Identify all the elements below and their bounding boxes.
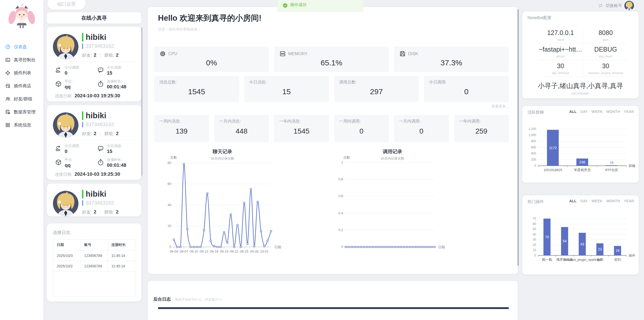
switch-account-label: 切换账号 [606,3,622,8]
return-arrow-icon [55,145,62,152]
year-messages-tile: 一年内消息: 1545 [274,115,329,142]
y-axis-label: 次数 [343,155,350,160]
stat-platform: 平台:qq [55,158,97,168]
tab-all[interactable]: ALL [569,110,577,114]
config-grid: 127.0.0.1 host 8080 port ~fastapi+~htt… … [538,27,628,77]
cpu-icon [159,50,166,57]
stat-platform: 平台:qq [55,79,97,90]
bot-list-scrollbar[interactable] [141,28,142,176]
disk-value: 37.3% [399,57,504,68]
active-groups-card: 活跃群聊 ALL DAY WEEK MONTH YEAR 02004006008… [522,106,639,183]
config-driver: ~fastapi+~htt… driver [538,43,583,60]
tab-day[interactable]: DAY [580,110,588,114]
main-scrollbar[interactable] [517,9,519,266]
sidebar-item-label: 插件列表 [14,70,31,76]
tab-year[interactable]: YEAR [624,199,634,203]
line-chart-canvas: 02040608009-0409-0709-1009-1309-1609-190… [151,161,294,257]
tab-month[interactable]: MONTH [606,199,620,203]
svg-text:09-04: 09-04 [170,250,178,253]
svg-text:200: 200 [531,158,536,161]
config-api-timeout: 30 api_timeout [538,60,583,77]
cpu-tile: CPU 0% [154,46,269,72]
svg-text:40: 40 [533,233,536,236]
table-row: 2025/10/3 123456789 11:45:14 [53,251,135,261]
svg-text:1: 1 [341,161,343,164]
cube-icon [55,159,62,166]
config-host: 127.0.0.1 host [538,27,583,43]
svg-text:18: 18 [616,248,620,253]
success-toast: 操作成功 [277,0,363,12]
sidebar-item-friends-groups[interactable]: 好友/群组 [0,92,43,105]
tab-all[interactable]: ALL [569,199,577,203]
col-header-date: 日期 [53,240,81,251]
svg-text:1,000: 1,000 [528,133,536,137]
stopwatch-icon [97,159,104,166]
total-calls-tile: 调用总数: 297 [334,76,419,102]
bot-name: hibiki [82,33,119,42]
svg-text:0.8: 0.8 [338,177,343,181]
tab-year[interactable]: YEAR [624,110,634,114]
bot-friends-groups: 好友:2 群组:2 [82,52,119,58]
hot-plugins-title: 热门插件 [527,199,544,205]
plugins-icon [5,70,10,76]
svg-text:09-28: 09-28 [250,250,258,253]
sidebar: 仪表盘 真寻控制台 插件列表 插件商店 好友/群组 数据库管理 [0,0,43,320]
memory-tile: MEMORY 65.1% [274,46,389,72]
sidebar-item-plugin-list[interactable]: 插件列表 [0,66,43,79]
svg-text:20: 20 [533,243,536,247]
connection-log-table: 日期 账号 连接时长 2025/10/3 123456789 11:45:14 … [53,239,135,297]
tab-week[interactable]: WEEK [592,199,603,203]
disk-icon [399,50,406,57]
tab-month[interactable]: MONTH [606,110,620,114]
svg-text:09-19: 09-19 [220,250,228,253]
cube-icon [55,80,62,87]
connect-date: 连接日期:2024-10-03 19:25:30 [47,168,141,177]
svg-text:236: 236 [579,160,585,164]
svg-text:笨蛋程序员: 笨蛋程序员 [574,168,591,172]
svg-text:23: 23 [598,247,602,251]
col-header-account: 账号 [81,240,108,251]
check-circle-icon [283,3,288,8]
sidebar-item-plugin-store[interactable]: 插件商店 [0,79,43,92]
sidebar-item-database[interactable]: 数据库管理 [0,105,43,118]
bot-friends-groups: 好友:2 群组:2 [82,209,119,215]
sidebar-item-label: 数据库管理 [14,109,36,115]
svg-text:09-10: 09-10 [190,250,198,253]
sidebar-item-system-info[interactable]: 系统信息 [0,118,43,132]
return-arrow-icon [55,67,62,74]
hot-plugins-card: 热门插件 ALL DAY WEEK MONTH YEAR 01020304050… [522,195,639,275]
sidebar-item-dashboard[interactable]: 仪表盘 [0,40,43,53]
svg-text:0: 0 [170,245,171,249]
svg-text:1,200: 1,200 [528,127,536,131]
system-grid-icon [5,122,10,128]
svg-text:09-25: 09-25 [240,250,248,253]
year-calls-tile: 一年内调用: 259 [454,115,509,142]
tab-week[interactable]: WEEK [592,110,603,114]
bot-id: 3373463162 [82,122,119,127]
svg-text:日期: 日期 [438,245,445,249]
config-port: 8080 port [583,27,628,43]
sidebar-item-label: 仪表盘 [14,44,27,50]
stat-today-calls: 今日调用:0 [55,65,97,76]
port-settings-button[interactable]: 端口设置 [48,0,85,10]
week-messages-tile: 一周内消息: 139 [154,115,209,142]
active-groups-title: 活跃群聊 [527,110,544,115]
cpu-value: 0% [159,57,264,68]
col-header-duration: 连接时长 [108,240,135,251]
memory-value: 65.1% [279,57,384,68]
period-stats-row: 一周内消息: 139 一月内消息: 448 一年内消息: 1545 一周内调用:… [154,115,509,142]
svg-text:54: 54 [563,239,567,243]
memory-icon [279,50,286,57]
page-title: Hello 欢迎来到真寻的小房间! [158,13,262,23]
switch-account[interactable]: 切换账号 [598,1,634,11]
bot-friends-groups: 好友:2 群组:2 [82,131,119,137]
svg-text:09-13: 09-13 [200,250,208,253]
store-icon [5,83,10,89]
stat-today-calls: 今日调用:0 [55,144,97,154]
user-avatar[interactable] [624,1,634,10]
svg-text:600: 600 [531,146,536,149]
view-more-link[interactable]: 查看更多... [491,104,509,109]
call-records-chart: 调用记录 30天内记录次数 次数 00.20.40.60.81日期 [321,147,464,257]
tab-day[interactable]: DAY [580,199,588,203]
sidebar-item-console[interactable]: 真寻控制台 [0,53,43,66]
